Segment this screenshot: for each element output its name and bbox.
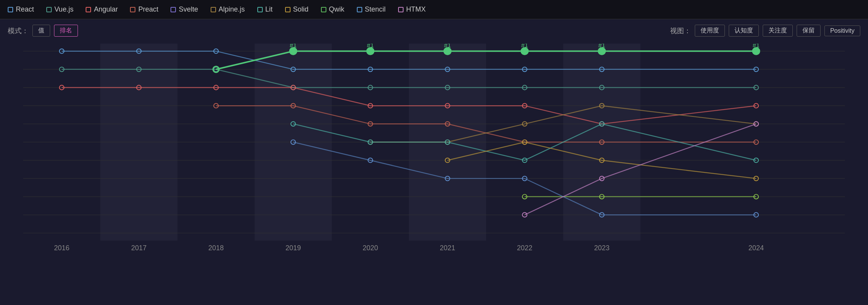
svg-text:2017: 2017 bbox=[131, 244, 147, 252]
svelte-rank-2022: #1 bbox=[521, 44, 528, 49]
legend-vuejs: Vue.js bbox=[46, 5, 73, 13]
mode-rank-button[interactable]: 排名 bbox=[54, 25, 78, 37]
svg-text:2021: 2021 bbox=[440, 244, 455, 252]
preact-label: Preact bbox=[138, 5, 158, 13]
svg-text:2020: 2020 bbox=[363, 244, 378, 252]
lit-color-dot bbox=[257, 7, 263, 12]
legend-lit: Lit bbox=[257, 5, 273, 13]
svelte-rank-2019: #1 bbox=[290, 44, 297, 49]
react-label: React bbox=[16, 5, 34, 13]
mode-label: 模式： bbox=[8, 26, 29, 35]
alpinejs-color-dot bbox=[211, 7, 216, 12]
view-section: 视图： 使用度 认知度 关注度 保留 Positivity bbox=[670, 25, 860, 37]
qwik-color-dot bbox=[321, 7, 326, 12]
stencil-color-dot bbox=[357, 7, 362, 12]
svelte-rank-2023: #1 bbox=[598, 44, 605, 49]
controls-bar: 模式： 值 排名 视图： 使用度 认知度 关注度 保留 Positivity bbox=[0, 19, 868, 40]
legend-svelte: Svelte bbox=[171, 5, 198, 13]
legend-solid: Solid bbox=[285, 5, 309, 13]
view-retention-button[interactable]: 保留 bbox=[797, 25, 821, 37]
svelte-rank-2020: #1 bbox=[367, 44, 374, 49]
svelte-color-dot bbox=[171, 7, 176, 12]
mode-section: 模式： 值 排名 bbox=[8, 25, 78, 37]
mode-value-button[interactable]: 值 bbox=[32, 25, 50, 37]
svg-text:2023: 2023 bbox=[594, 244, 610, 252]
svelte-dot-2023 bbox=[598, 48, 605, 55]
legend-stencil: Stencil bbox=[357, 5, 386, 13]
legend-preact: Preact bbox=[130, 5, 158, 13]
legend-alpinejs: Alpine.js bbox=[211, 5, 245, 13]
qwik-label: Qwik bbox=[329, 5, 344, 13]
svelte-rank-2024: #1 bbox=[753, 44, 760, 49]
svelte-dot-2021 bbox=[444, 48, 451, 55]
svg-text:2016: 2016 bbox=[54, 244, 69, 252]
lit-label: Lit bbox=[265, 5, 273, 13]
view-awareness-button[interactable]: 认知度 bbox=[729, 25, 759, 37]
svg-text:2024: 2024 bbox=[748, 244, 764, 252]
svg-text:2018: 2018 bbox=[208, 244, 224, 252]
view-positivity-button[interactable]: Positivity bbox=[824, 25, 860, 36]
vuejs-label: Vue.js bbox=[54, 5, 73, 13]
svg-text:2022: 2022 bbox=[517, 244, 532, 252]
solid-label: Solid bbox=[293, 5, 309, 13]
htmx-label: HTMX bbox=[406, 5, 426, 13]
svelte-dot-2019 bbox=[290, 48, 297, 55]
stencil-label: Stencil bbox=[365, 5, 386, 13]
vuejs-color-dot bbox=[46, 7, 52, 12]
legend-angular: Angular bbox=[86, 5, 118, 13]
legend-qwik: Qwik bbox=[321, 5, 344, 13]
legend-bar: React Vue.js Angular Preact Svelte Alpin… bbox=[0, 0, 868, 19]
view-interest-button[interactable]: 关注度 bbox=[763, 25, 793, 37]
svelte-dot-2020 bbox=[367, 48, 374, 55]
svelte-label: Svelte bbox=[179, 5, 198, 13]
preact-color-dot bbox=[130, 7, 135, 12]
react-color-dot bbox=[8, 7, 13, 12]
angular-label: Angular bbox=[94, 5, 118, 13]
view-usage-button[interactable]: 使用度 bbox=[695, 25, 725, 37]
chart-container: #1 #1 #2 #2 #3 #3 #4 #4 #5 #5 #6 #6 #7 #… bbox=[0, 40, 868, 283]
legend-htmx: HTMX bbox=[398, 5, 426, 13]
htmx-color-dot bbox=[398, 7, 404, 12]
alpinejs-label: Alpine.js bbox=[219, 5, 245, 13]
view-label: 视图： bbox=[670, 26, 691, 35]
solid-color-dot bbox=[285, 7, 290, 12]
legend-react: React bbox=[8, 5, 34, 13]
svg-text:2019: 2019 bbox=[285, 244, 301, 252]
svelte-rank-2021: #1 bbox=[444, 44, 451, 49]
svelte-dot-2022 bbox=[521, 48, 528, 55]
svelte-dot-2024 bbox=[753, 48, 760, 55]
angular-color-dot bbox=[86, 7, 91, 12]
ranking-chart: #1 #1 #2 #2 #3 #3 #4 #4 #5 #5 #6 #6 #7 #… bbox=[23, 44, 845, 263]
